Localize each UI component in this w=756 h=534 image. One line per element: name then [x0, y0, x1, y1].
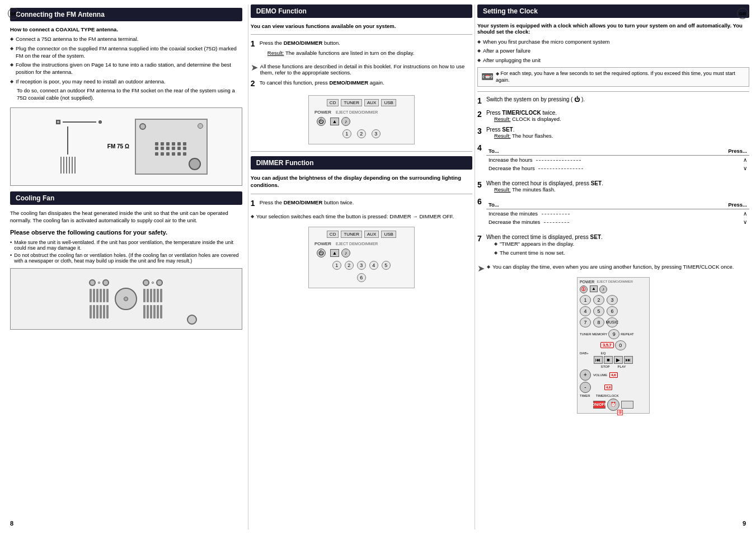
remote-num-9-music[interactable]: MUSIC — [607, 317, 618, 327]
demo-btn[interactable]: ♪ — [341, 117, 350, 126]
increase-hours-row: Increase the hours ∧ — [486, 156, 749, 165]
num-4-dimmer[interactable]: 4 — [369, 261, 378, 270]
step-1-text: Press the DEMO/DIMMER button. — [260, 39, 415, 46]
clock-step-7: 7 When the correct time is displayed, pr… — [477, 234, 749, 259]
clock-step-7-text: When the correct time is displayed, pres… — [486, 234, 603, 240]
tab-usb-dimmer: USB — [381, 231, 396, 238]
clock-step-1-num: 1 — [477, 96, 484, 105]
diamond-note-icon: ◆ — [251, 213, 254, 220]
remote-vol-up[interactable]: + — [580, 369, 591, 381]
tab-cd: CD — [327, 99, 339, 106]
num-3-demo[interactable]: 3 — [372, 129, 381, 138]
diamond-cond-3: ◆ — [477, 57, 481, 64]
demo-note-text: All these functions are described in det… — [260, 63, 472, 76]
remote-demo-btn[interactable]: ♪ — [599, 285, 607, 293]
dab-label: DAB+ — [580, 352, 589, 355]
tab-aux: AUX — [364, 99, 379, 106]
increase-minutes-press: ∧ — [631, 209, 749, 218]
dimmer-btn[interactable]: ♪ — [341, 249, 350, 257]
eject-label-dimmer: EJECT DEMO/DIMMER — [336, 242, 378, 246]
cooling-fan-section: Cooling Fan The cooling fan dissipates t… — [10, 191, 242, 330]
remote-2-badge: ② — [617, 410, 623, 415]
decrease-hours-press: ∨ — [631, 164, 749, 172]
num-3-dimmer[interactable]: 3 — [357, 261, 366, 270]
increase-minutes-row: Increase the minutes ∧ — [486, 209, 749, 218]
clock-note-text: For each step, you have a few seconds to… — [496, 71, 735, 83]
clock-cond-3: ◆ After unplugging the unit — [477, 57, 749, 64]
remote-num-6[interactable]: 6 — [607, 306, 618, 316]
clock-final-note: ➤ ◆ You can display the time, even when … — [477, 263, 749, 274]
diamond-icon-1: ◆ — [10, 36, 13, 43]
step-2-text: To cancel this function, press DEMO/DIMM… — [260, 79, 384, 86]
remote-extra-btn[interactable] — [621, 401, 633, 409]
remote-vol-down[interactable]: - — [580, 382, 591, 393]
remote-play-btn[interactable]: ▶ — [614, 356, 623, 364]
remote-num-4[interactable]: 4 — [580, 306, 591, 316]
setting-clock-header: Setting the Clock — [477, 4, 749, 18]
increase-minutes-action: Increase the minutes — [486, 209, 631, 218]
increase-hours-action: Increase the hours — [486, 156, 631, 165]
clock-step-4-num: 4 — [477, 143, 484, 152]
num-1-demo[interactable]: 1 — [342, 129, 351, 138]
remote-on-off-btn[interactable]: ON/OFF — [593, 401, 605, 409]
tab-cd-dimmer: CD — [327, 231, 339, 238]
clock-step-5-result: Result: The minutes flash. — [494, 186, 603, 193]
fm-antenna-header: Connecting the FM Antenna — [10, 8, 242, 21]
remote-num-2[interactable]: 2 — [593, 295, 604, 305]
clock-step-7-results: ◆ "TIMER" appears in the display. ◆ The … — [494, 240, 603, 257]
remote-num-7[interactable]: 7 — [580, 317, 591, 327]
remote-num-9[interactable]: 9 — [608, 329, 619, 339]
num-2-dimmer[interactable]: 2 — [345, 261, 354, 270]
num-5-dimmer[interactable]: 5 — [382, 261, 391, 270]
cooling-fan-intro: The cooling fan dissipates the heat gene… — [10, 209, 242, 224]
remote-next-btn[interactable]: ⏭ — [624, 356, 633, 364]
demo-device-image: CD TUNER AUX USB POWER EJECT DEMO/DIMMER… — [308, 95, 415, 144]
diamond-final: ◆ — [487, 264, 490, 270]
tuner-memory-label: TUNER MEMORY — [580, 332, 607, 336]
clock-step-1-text: Switch the system on by pressing ( ⏻ ). — [486, 96, 585, 102]
clock-step-2-text: Press TIMER/CLOCK twice. — [486, 110, 561, 116]
demo-function-section: DEMO Function You can view various funct… — [251, 4, 472, 144]
num-6-dimmer[interactable]: 6 — [357, 273, 366, 282]
remote-num-3[interactable]: 3 — [607, 295, 618, 305]
clock-step-5-text: When the correct hour is displayed, pres… — [486, 180, 603, 186]
decrease-minutes-press: ∨ — [631, 218, 749, 226]
tab-usb: USB — [381, 99, 396, 106]
power-btn-demo[interactable]: ⏻ — [317, 117, 326, 126]
num-1-dimmer[interactable]: 1 — [332, 261, 341, 270]
eject-btn-dimmer[interactable]: ▲ — [330, 249, 339, 257]
power-btn-dimmer[interactable]: ⏻ — [317, 249, 326, 257]
repeat-label: REPEAT — [621, 332, 634, 336]
note-arrow-icon: ➤ — [251, 62, 258, 76]
eject-label-demo: EJECT DEMO/DIMMER — [336, 110, 378, 114]
bullet-icon-2: • — [10, 252, 12, 264]
demo-intro: You can view various functions available… — [251, 22, 472, 30]
clock-step-2: 2 Press TIMER/CLOCK twice. Result: CLOCK… — [477, 110, 749, 122]
remote-46-badge-2: 4,6 — [604, 385, 612, 390]
tab-tuner-dimmer: TUNER — [341, 231, 362, 238]
page-num-right: 9 — [743, 520, 746, 527]
remote-eject-btn[interactable]: ▲ — [590, 285, 598, 292]
clock-step-3-result: Result: The hour flashes. — [494, 133, 553, 139]
remote-stop-btn[interactable]: ■ — [604, 356, 613, 364]
page-num-left: 8 — [10, 520, 13, 527]
remote-num-8[interactable]: 8 — [593, 317, 604, 327]
middle-page: DEMO Function You can view various funct… — [248, 4, 475, 530]
increase-hours-press: ∧ — [631, 156, 749, 165]
remote-power-btn[interactable]: ① — [580, 285, 588, 293]
fm-item-1: ◆ Connect a 75Ω antenna to the FM antenn… — [10, 35, 242, 43]
clock-step-5: 5 When the correct hour is displayed, pr… — [477, 180, 749, 193]
press-table-hours: To... Press... Increase the hours ∧ Decr… — [486, 147, 749, 172]
remote-num-1[interactable]: 1 — [580, 295, 591, 305]
clock-step-2-num: 2 — [477, 110, 484, 119]
num-2-demo[interactable]: 2 — [357, 129, 366, 138]
to-col-header-2: To... — [486, 200, 631, 209]
fm-item-3: ◆ Follow the instructions given on Page … — [10, 61, 242, 76]
remote-num-5[interactable]: 5 — [593, 306, 604, 316]
eject-btn-demo[interactable]: ▲ — [330, 118, 339, 125]
remote-prev-btn[interactable]: ⏮ — [594, 356, 603, 364]
remote-timer-clock-btn[interactable]: ⏰ — [607, 399, 619, 411]
remote-num-0[interactable]: 0 — [615, 340, 626, 350]
clock-step-3-text: Press SET. — [486, 127, 553, 133]
step-2-num: 2 — [251, 79, 257, 88]
